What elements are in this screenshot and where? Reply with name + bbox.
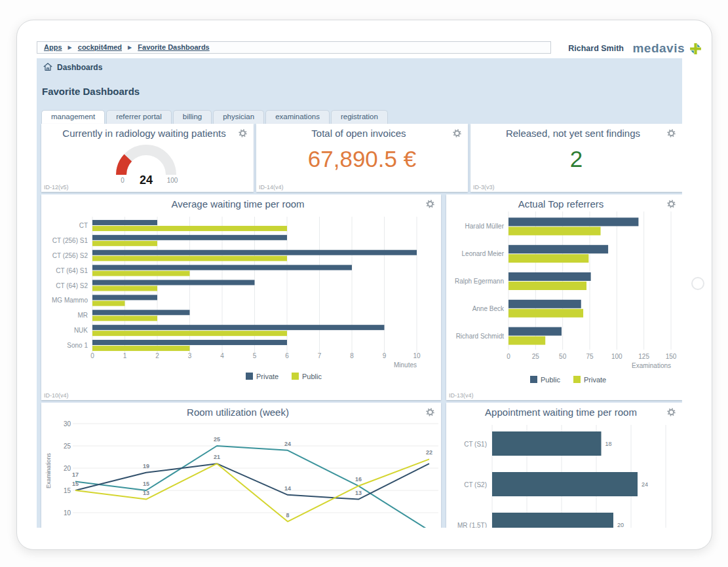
home-icon[interactable] [43, 62, 53, 72]
svg-text:0: 0 [121, 177, 125, 184]
svg-text:CT (S1): CT (S1) [464, 441, 487, 448]
breadcrumb-link-cockpit4med[interactable]: cockpit4med [78, 43, 122, 51]
tab-examinations[interactable]: examinations [265, 110, 330, 124]
svg-text:6: 6 [285, 352, 289, 359]
settings-gear-icon[interactable] [667, 129, 676, 137]
widget-room-utilization: Room utilization (week) 1015202530Examin… [41, 403, 441, 528]
dashboards-header: Dashboards [37, 58, 682, 76]
svg-text:MR: MR [77, 312, 88, 319]
widget-id-label: ID-13(v4) [449, 392, 474, 399]
tab-billing[interactable]: billing [173, 110, 212, 124]
widget-waiting-patients: Currently in radiology waiting patients … [41, 124, 254, 192]
widget-appointment-waiting: Appointment waiting time per room CT (S1… [446, 403, 682, 528]
widget-id-label: ID-14(v4) [259, 184, 284, 191]
svg-text:20: 20 [64, 465, 71, 472]
svg-text:24: 24 [284, 441, 291, 447]
svg-text:30: 30 [64, 420, 71, 428]
svg-text:Examinations: Examinations [45, 452, 52, 488]
svg-text:Leonard Meier: Leonard Meier [462, 250, 505, 257]
svg-text:3: 3 [188, 352, 192, 359]
room-utilization-chart: 1015202530Examinations171525241619211413… [41, 403, 441, 528]
widget-title: Released, not yet sent findings [482, 128, 664, 139]
svg-text:CT (64) S1: CT (64) S1 [56, 267, 88, 274]
svg-text:Public: Public [302, 373, 322, 380]
waiting-patients-gauge: 010024 [41, 124, 254, 192]
svg-text:Ralph Egermann: Ralph Egermann [455, 278, 504, 285]
svg-text:20: 20 [617, 522, 624, 528]
dashboard-panel: Dashboards Favorite Dashboards managemen… [37, 58, 682, 528]
svg-text:0: 0 [507, 353, 510, 360]
svg-text:13: 13 [355, 490, 362, 496]
svg-text:NUK: NUK [74, 327, 88, 334]
widget-id-label: ID-10(v4) [44, 392, 69, 399]
svg-text:1: 1 [123, 352, 127, 359]
svg-text:Examinations: Examinations [632, 362, 671, 369]
svg-text:8: 8 [286, 512, 289, 519]
settings-gear-icon[interactable] [453, 129, 461, 137]
page-title: Favorite Dashboards [42, 86, 140, 97]
svg-text:21: 21 [214, 454, 220, 460]
avg-waiting-time-chart: 012345678910MinutesCTCT (256) S1CT (256)… [41, 194, 441, 400]
top-referrers-chart: 0255075100125150ExaminationsHarald Mülle… [446, 194, 682, 400]
unsent-findings-value: 2 [470, 146, 682, 172]
widget-avg-waiting-time: Average waiting time per room 0123456789… [41, 194, 441, 400]
tab-physician[interactable]: physician [213, 110, 264, 124]
svg-text:15: 15 [143, 481, 149, 487]
svg-text:24: 24 [140, 174, 153, 187]
medavis-wordmark: medavis [632, 41, 685, 56]
breadcrumb: Apps ▶ cockpit4med ▶ Favorite Dashboards [37, 41, 551, 54]
svg-text:15: 15 [64, 487, 71, 494]
svg-text:17: 17 [72, 471, 79, 478]
svg-text:Harald Müller: Harald Müller [465, 223, 505, 230]
widget-top-referrers: Actual Top referrers 0255075100125150Exa… [446, 194, 682, 400]
svg-text:19: 19 [143, 463, 149, 469]
svg-text:150: 150 [666, 353, 677, 360]
svg-text:10: 10 [413, 352, 421, 359]
svg-text:22: 22 [426, 449, 432, 456]
svg-text:25: 25 [64, 443, 71, 450]
scroll-indicator[interactable] [691, 277, 704, 290]
svg-text:CT (64) S2: CT (64) S2 [56, 282, 88, 289]
open-invoices-value: 67,890.5 € [256, 146, 468, 172]
svg-text:CT (S2): CT (S2) [464, 481, 487, 488]
svg-text:CT (256) S2: CT (256) S2 [52, 252, 88, 259]
breadcrumb-link-apps[interactable]: Apps [44, 43, 62, 51]
widget-id-label: ID-3(v3) [473, 184, 495, 191]
medavis-cross-icon [689, 42, 702, 56]
svg-text:15: 15 [72, 481, 79, 487]
svg-text:100: 100 [167, 177, 178, 184]
svg-text:Richard Schmidt: Richard Schmidt [456, 333, 505, 340]
svg-text:125: 125 [638, 353, 649, 360]
dashboards-label: Dashboards [57, 63, 102, 72]
widget-id-label: ID-12(v5) [44, 184, 69, 191]
dashboard-tabs: managementreferrer portalbillingphysicia… [41, 110, 388, 124]
svg-text:Minutes: Minutes [394, 361, 417, 369]
svg-text:Private: Private [584, 376, 606, 384]
widget-open-invoices: Total of open invoices 67,890.5 € ID-14(… [256, 124, 468, 192]
tab-referrer-portal[interactable]: referrer portal [106, 110, 172, 124]
svg-text:MG Mammo: MG Mammo [52, 297, 88, 304]
svg-text:24: 24 [642, 481, 648, 488]
widget-title: Total of open invoices [268, 128, 450, 139]
svg-text:Sono 1: Sono 1 [67, 342, 88, 349]
tab-management[interactable]: management [41, 110, 105, 124]
svg-text:75: 75 [586, 353, 594, 360]
svg-text:18: 18 [605, 441, 612, 447]
svg-text:0: 0 [90, 352, 94, 359]
svg-text:CT (256) S1: CT (256) S1 [52, 237, 88, 244]
svg-text:14: 14 [284, 485, 291, 492]
medavis-logo: medavis [632, 41, 702, 56]
breadcrumb-arrow-icon: ▶ [68, 45, 72, 50]
svg-text:CT: CT [79, 222, 88, 229]
tab-registration[interactable]: registration [331, 110, 388, 124]
breadcrumb-link-favorite-dashboards[interactable]: Favorite Dashboards [138, 43, 209, 51]
appointment-waiting-chart: CT (S1)18CT (S2)24MR (1.5T)20 [446, 403, 682, 528]
svg-text:16: 16 [355, 476, 362, 483]
svg-text:13: 13 [143, 490, 149, 496]
widget-unsent-findings: Released, not yet sent findings 2 ID-3(v… [470, 124, 682, 192]
svg-text:Public: Public [541, 376, 560, 384]
svg-text:Anne Beck: Anne Beck [472, 305, 505, 312]
svg-text:9: 9 [383, 352, 387, 359]
svg-text:50: 50 [559, 353, 567, 360]
svg-text:25: 25 [532, 353, 540, 360]
